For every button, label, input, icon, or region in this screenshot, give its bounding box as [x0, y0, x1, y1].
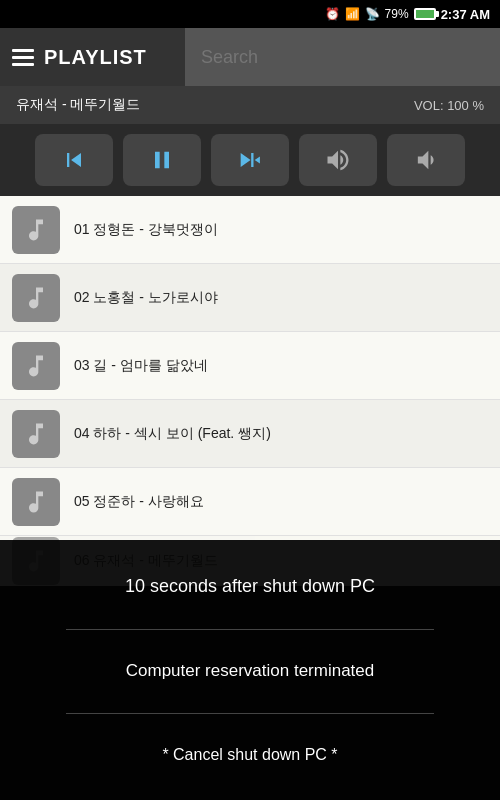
song-thumb-4	[12, 410, 60, 458]
battery-percent: 79%	[385, 7, 409, 21]
overlay-line1: 10 seconds after shut down PC	[125, 576, 375, 597]
song-title-3: 03 길 - 엄마를 닮았네	[74, 357, 208, 375]
song-title-4: 04 하하 - 섹시 보이 (Feat. 쌩지)	[74, 425, 271, 443]
play-pause-button[interactable]	[123, 134, 201, 186]
music-note-icon	[22, 488, 50, 516]
music-note-icon	[22, 216, 50, 244]
header: PLAYLIST	[0, 28, 500, 86]
rewind-button[interactable]	[35, 134, 113, 186]
fast-forward-button[interactable]	[211, 134, 289, 186]
list-item[interactable]: 01 정형돈 - 강북멋쟁이	[0, 196, 500, 264]
song-title-2: 02 노홍철 - 노가로시야	[74, 289, 218, 307]
list-item[interactable]: 02 노홍철 - 노가로시야	[0, 264, 500, 332]
playlist-title-area: PLAYLIST	[0, 28, 185, 86]
now-playing-title: 유재석 - 메뚜기월드	[16, 96, 140, 114]
song-thumb-1	[12, 206, 60, 254]
music-note-icon	[22, 284, 50, 312]
music-note-icon	[22, 420, 50, 448]
volume-down-button[interactable]	[387, 134, 465, 186]
music-note-icon	[22, 352, 50, 380]
list-item[interactable]: 05 정준하 - 사랑해요	[0, 468, 500, 536]
now-playing-bar: 유재석 - 메뚜기월드 VOL: 100 %	[0, 86, 500, 124]
overlay-divider-2	[66, 713, 434, 714]
rewind-icon	[60, 146, 88, 174]
menu-icon[interactable]	[12, 49, 34, 66]
song-title-1: 01 정형돈 - 강북멋쟁이	[74, 221, 218, 239]
song-thumb-5	[12, 478, 60, 526]
status-icons: ⏰ 📶 📡 79% 2:37 AM	[325, 7, 490, 22]
shutdown-overlay: 10 seconds after shut down PC Computer r…	[0, 540, 500, 800]
overlay-line2: Computer reservation terminated	[126, 661, 375, 681]
status-bar: ⏰ 📶 📡 79% 2:37 AM	[0, 0, 500, 28]
alarm-icon: ⏰	[325, 7, 340, 21]
overlay-divider-1	[66, 629, 434, 630]
signal-icon: 📡	[365, 7, 380, 21]
volume-up-button[interactable]	[299, 134, 377, 186]
volume-label: VOL: 100 %	[414, 98, 484, 113]
volume-up-icon	[324, 146, 352, 174]
song-thumb-3	[12, 342, 60, 390]
status-time: 2:37 AM	[441, 7, 490, 22]
play-pause-icon	[148, 146, 176, 174]
volume-down-icon	[412, 146, 440, 174]
list-item[interactable]: 04 하하 - 섹시 보이 (Feat. 쌩지)	[0, 400, 500, 468]
battery-icon	[414, 8, 436, 20]
list-item[interactable]: 03 길 - 엄마를 닮았네	[0, 332, 500, 400]
song-title-5: 05 정준하 - 사랑해요	[74, 493, 204, 511]
search-input[interactable]	[201, 47, 484, 68]
controls	[0, 124, 500, 196]
overlay-line3[interactable]: * Cancel shut down PC *	[162, 746, 337, 764]
song-thumb-2	[12, 274, 60, 322]
playlist-label: PLAYLIST	[44, 46, 147, 69]
wifi-icon: 📶	[345, 7, 360, 21]
playlist: 01 정형돈 - 강북멋쟁이 02 노홍철 - 노가로시야 03 길 - 엄마를…	[0, 196, 500, 586]
search-area[interactable]	[185, 28, 500, 86]
fast-forward-icon	[236, 146, 264, 174]
